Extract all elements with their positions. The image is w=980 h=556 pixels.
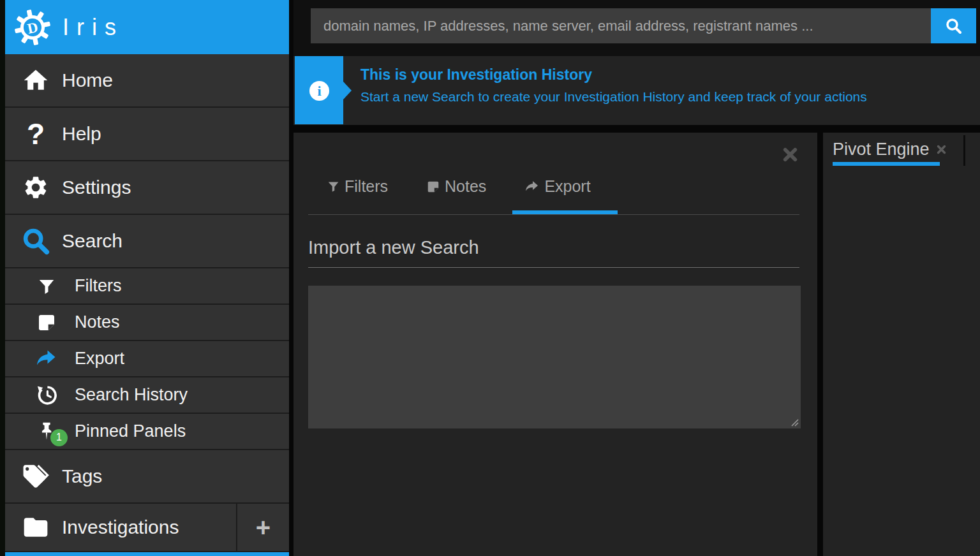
sidebar-item-label: Export xyxy=(75,349,124,369)
banner-title: This is your Investigation History xyxy=(360,66,592,84)
sidebar-item-home[interactable]: Home xyxy=(5,54,289,108)
search-submit-button[interactable] xyxy=(931,8,976,43)
tab-label: Pivot Engine xyxy=(833,140,930,159)
search-icon xyxy=(19,226,52,256)
sidebar-item-label: Home xyxy=(62,70,113,91)
tab-filters[interactable]: Filters xyxy=(327,177,388,196)
iris-app-window: D Iris Home ? Help Settings xyxy=(0,0,980,556)
tab-label: Export xyxy=(544,177,590,196)
sidebar-item-label: Search xyxy=(62,230,122,252)
banner-pointer xyxy=(343,82,352,99)
import-search-heading: Import a new Search xyxy=(308,237,479,258)
pivot-tab-divider xyxy=(963,135,965,166)
sidebar-item-label: Notes xyxy=(75,312,120,332)
investigation-history-panel: Filters Notes Export Import a new Search xyxy=(293,133,817,556)
pivot-tab-active-underline xyxy=(833,162,940,166)
banner-accent-square: i xyxy=(295,56,343,124)
sidebar-item-filters[interactable]: Filters xyxy=(5,268,289,305)
export-arrow-icon xyxy=(35,348,58,370)
note-icon xyxy=(35,312,58,333)
sidebar-item-label: Filters xyxy=(75,276,122,296)
tab-export[interactable]: Export xyxy=(524,177,590,196)
sidebar-item-label: Settings xyxy=(62,177,131,198)
selected-investigation-strip[interactable] xyxy=(5,552,289,556)
app-logo[interactable]: D Iris xyxy=(5,0,289,54)
import-search-textarea[interactable] xyxy=(308,286,801,428)
note-icon xyxy=(426,180,440,194)
sidebar-item-export[interactable]: Export xyxy=(5,341,289,377)
pin-icon: 1 xyxy=(35,421,58,443)
global-search-input[interactable] xyxy=(311,8,931,43)
app-title: Iris xyxy=(63,14,124,41)
history-icon xyxy=(35,384,58,406)
tab-label: Filters xyxy=(345,177,388,196)
tabs-divider xyxy=(308,214,799,215)
sidebar-item-settings[interactable]: Settings xyxy=(5,161,289,215)
question-mark-icon: ? xyxy=(19,119,52,149)
sidebar-item-label: Investigations xyxy=(62,516,179,538)
heading-underline xyxy=(308,267,799,268)
pinned-count-badge: 1 xyxy=(50,429,68,446)
add-investigation-button[interactable]: + xyxy=(236,504,289,551)
sidebar-item-label: Help xyxy=(62,123,101,145)
sidebar-item-notes[interactable]: Notes xyxy=(5,305,289,341)
tab-label: Notes xyxy=(445,177,486,196)
tab-pivot-engine[interactable]: Pivot Engine xyxy=(833,140,947,159)
close-icon xyxy=(782,147,798,163)
filter-funnel-icon xyxy=(327,180,340,193)
export-arrow-icon xyxy=(524,179,540,194)
search-icon xyxy=(944,17,963,36)
tags-icon xyxy=(19,462,52,491)
sidebar: D Iris Home ? Help Settings xyxy=(5,0,289,556)
gear-logo-icon: D xyxy=(11,5,55,49)
history-panel-tabs: Filters Notes Export xyxy=(327,177,591,196)
filter-funnel-icon xyxy=(35,277,58,296)
gear-icon xyxy=(19,174,52,201)
sidebar-item-search[interactable]: Search xyxy=(5,215,289,268)
panel-close-button[interactable] xyxy=(782,147,798,165)
top-search-bar xyxy=(293,0,980,56)
info-icon: i xyxy=(309,81,329,101)
close-icon[interactable] xyxy=(936,144,947,155)
home-icon xyxy=(19,66,52,94)
pivot-engine-panel: Pivot Engine xyxy=(823,133,980,556)
sidebar-item-investigations[interactable]: Investigations + xyxy=(5,504,289,552)
sidebar-item-help[interactable]: ? Help xyxy=(5,108,289,161)
folder-icon xyxy=(19,513,52,541)
sidebar-item-search-history[interactable]: Search History xyxy=(5,377,289,414)
sidebar-item-tags[interactable]: Tags xyxy=(5,450,289,504)
sidebar-item-label: Search History xyxy=(75,385,188,405)
investigation-history-banner: i This is your Investigation History Sta… xyxy=(293,56,980,125)
left-edge-strip xyxy=(0,0,5,556)
tab-notes[interactable]: Notes xyxy=(426,177,486,196)
banner-subtitle: Start a new Search to create your Invest… xyxy=(360,89,867,105)
sidebar-item-label: Tags xyxy=(62,465,102,487)
sidebar-item-pinned-panels[interactable]: 1 Pinned Panels xyxy=(5,414,289,450)
sidebar-item-label: Pinned Panels xyxy=(75,421,186,441)
